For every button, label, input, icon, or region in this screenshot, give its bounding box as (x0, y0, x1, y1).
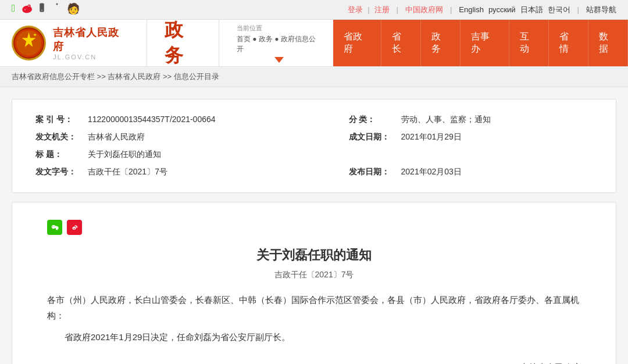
japanese-link[interactable]: 日本語 (520, 5, 543, 15)
field-value-reference: 11220000013544357T/2021-00664 (82, 111, 326, 129)
weibo-icon[interactable] (20, 2, 32, 17)
section-title: 政务 (147, 20, 219, 66)
header-breadcrumb: 首页 ● 政务 ● 政府信息公开 (237, 34, 322, 54)
nav-governor[interactable]: 省长 (381, 20, 421, 66)
site-header: 吉林省人民政府 JL.GOV.CN 政务 当前位置 首页 ● 政务 ● 政府信息… (0, 20, 628, 67)
share-wechat-button[interactable] (47, 220, 62, 235)
field-value-title: 关于刘磊任职的通知 (82, 146, 598, 163)
main-nav: 省政府 省长 政务 吉事办 互动 省情 数据 (333, 20, 628, 66)
korean-link[interactable]: 한국어 (548, 5, 570, 15)
home-link[interactable]: 首页 (237, 35, 251, 43)
nav-data[interactable]: 数据 (588, 20, 628, 66)
table-row: 发文机关： 吉林省人民政府 成文日期： 2021年01月29日 (30, 129, 598, 146)
current-position-area: 当前位置 首页 ● 政务 ● 政府信息公开 (225, 21, 333, 66)
nav-zhengwu[interactable]: 政务 (421, 20, 461, 66)
field-value-doc-number: 吉政干任〔2021〕7号 (82, 163, 326, 181)
accessibility-icon (52, 2, 62, 17)
field-label-date-written: 成文日期： (326, 129, 395, 146)
sub-breadcrumb: 吉林省政府信息公开专栏 >> 吉林省人民政府 >> 信息公开目录 (0, 67, 628, 87)
top-bar:  🧑 登录 | 注册 | 中国政府网 | English русский 日本… (0, 0, 628, 20)
share-weibo-button[interactable] (67, 220, 82, 235)
info-table: 案 引 号： 11220000013544357T/2021-00664 分 类… (30, 111, 598, 181)
main-content: 案 引 号： 11220000013544357T/2021-00664 分 类… (0, 87, 628, 364)
field-value-date-written: 2021年01月29日 (395, 129, 598, 146)
table-row: 发文字号： 吉政干任〔2021〕7号 发布日期： 2021年02月03日 (30, 163, 598, 181)
breadcrumb-arrow (274, 57, 284, 63)
register-link[interactable]: 注册 (374, 5, 390, 15)
share-icons (47, 220, 581, 235)
info-card: 案 引 号： 11220000013544357T/2021-00664 分 类… (12, 99, 616, 193)
nav-province-gov[interactable]: 省政府 (333, 20, 382, 66)
field-label-reference: 案 引 号： (30, 111, 82, 129)
table-row: 案 引 号： 11220000013544357T/2021-00664 分 类… (30, 111, 598, 129)
login-link[interactable]: 登录 (348, 5, 363, 15)
current-position-label: 当前位置 (237, 24, 322, 33)
document-title: 关于刘磊任职的通知 (47, 247, 581, 264)
government-emblem (12, 26, 46, 60)
mascot-icon: 🧑 (67, 2, 80, 17)
separator: | (367, 5, 369, 14)
field-value-issuer: 吉林省人民政府 (82, 129, 326, 146)
document-body: 各市（州）人民政府，长白山管委会，长春新区、中韩（长春）国际合作示范区管委会，各… (47, 292, 581, 345)
site-nav-link[interactable]: 站群导航 (586, 5, 616, 15)
govcn-link[interactable]: 中国政府网 (405, 5, 443, 15)
nav-interact[interactable]: 互动 (509, 20, 549, 66)
field-label-pub-date: 发布日期： (326, 163, 395, 181)
english-link[interactable]: English (459, 5, 484, 14)
field-label-doc-number: 发文字号： (30, 163, 82, 181)
section-link[interactable]: 政务 (259, 35, 273, 43)
document-card: 关于刘磊任职的通知 吉政干任〔2021〕7号 各市（州）人民政府，长白山管委会，… (12, 202, 616, 364)
field-value-pub-date: 2021年02月03日 (395, 163, 598, 181)
social-icons:  🧑 (12, 2, 80, 17)
logo-area: 吉林省人民政府 JL.GOV.CN (0, 20, 141, 66)
nav-jishiban[interactable]: 吉事办 (461, 20, 509, 66)
nav-province-info[interactable]: 省情 (549, 20, 588, 66)
phone-icon (37, 2, 47, 17)
document-number: 吉政干任〔2021〕7号 (47, 270, 581, 280)
svg-point-2 (56, 3, 58, 5)
field-label-category: 分 类： (326, 111, 395, 129)
svg-point-1 (41, 10, 42, 11)
document-content: 省政府2021年1月29日决定，任命刘磊为省公安厅副厅长。 (47, 329, 581, 345)
field-label-title: 标 题： (30, 146, 82, 163)
logo-text: 吉林省人民政府 JL.GOV.CN (53, 26, 129, 60)
field-label-issuer: 发文机关： (30, 129, 82, 146)
field-value-category: 劳动、人事、监察；通知 (395, 111, 598, 129)
wechat-icon[interactable]:  (12, 2, 16, 17)
document-recipient: 各市（州）人民政府，长白山管委会，长春新区、中韩（长春）国际合作示范区管委会，各… (47, 292, 581, 323)
russian-link[interactable]: русский (488, 5, 516, 14)
table-row: 标 题： 关于刘磊任职的通知 (30, 146, 598, 163)
